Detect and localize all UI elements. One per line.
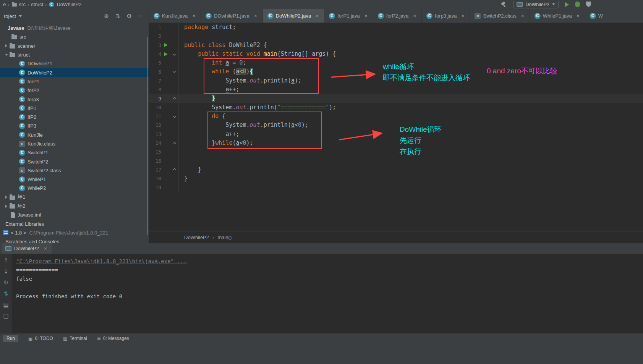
tab-label: forp3.java bbox=[435, 13, 457, 19]
tree-item-scratches-and-consoles[interactable]: Scratches and Consoles bbox=[0, 237, 149, 243]
tree-item-scanner[interactable]: scanner bbox=[0, 42, 149, 50]
collapse-all-icon[interactable]: ⇅ bbox=[115, 13, 120, 19]
close-tab-icon[interactable] bbox=[253, 13, 258, 19]
breadcrumb-class[interactable]: DoWhileP2 bbox=[184, 235, 209, 240]
tree-item-label: forP1 bbox=[28, 79, 39, 84]
close-tab-icon[interactable] bbox=[576, 13, 580, 19]
fold-down-marker[interactable] bbox=[170, 67, 179, 76]
breadcrumb-item-src[interactable]: src bbox=[11, 2, 26, 7]
toolwindow-button-6-todo[interactable]: ▣6: TODO bbox=[28, 336, 53, 341]
tree-item-javase[interactable]: JavaseD:\基础注释\Javase bbox=[0, 24, 149, 32]
run-line-button[interactable] bbox=[161, 43, 170, 47]
tree-item-forp1[interactable]: forP1 bbox=[0, 77, 149, 86]
fold-column bbox=[170, 147, 179, 156]
toolwindow-button-run[interactable]: Run bbox=[3, 335, 18, 342]
console-tab-dowhilep2[interactable]: DoWhileP2 bbox=[2, 243, 52, 254]
toolwindow-button-terminal[interactable]: ▥Terminal bbox=[63, 336, 87, 341]
tree-item-javase-iml[interactable]: Javase.iml bbox=[0, 210, 149, 219]
tree-collapsed-arrow-icon[interactable] bbox=[3, 44, 10, 47]
breadcrumb-method[interactable]: main() bbox=[217, 235, 232, 240]
locate-icon[interactable]: ⊕ bbox=[104, 13, 109, 19]
run-line-button[interactable] bbox=[161, 52, 170, 56]
close-tab-icon[interactable] bbox=[520, 13, 525, 19]
tree-item-kunjie[interactable]: KunJie bbox=[0, 131, 149, 139]
code-line-6: 6 while (a<0){ bbox=[149, 67, 643, 76]
project-panel-title[interactable]: roject bbox=[4, 13, 16, 19]
breadcrumb-item-dowhilep2[interactable]: DoWhileP2 bbox=[49, 2, 81, 8]
scroll-up-icon[interactable]: ↑ bbox=[3, 258, 8, 264]
tree-item-forp2[interactable]: forP2 bbox=[0, 86, 149, 95]
settings-gear-icon[interactable]: ⚙ bbox=[127, 13, 132, 19]
editor-tab-switchp2-class[interactable]: SwitchP2.class bbox=[470, 9, 530, 23]
editor-tab-kunjie-java[interactable]: KunJie.java bbox=[149, 9, 201, 23]
scroll-down-icon[interactable]: ↓ bbox=[3, 269, 8, 275]
editor-tab-whilep1-java[interactable]: WhileP1.java bbox=[530, 9, 585, 23]
close-console-tab-icon[interactable] bbox=[43, 246, 48, 251]
editor-tab-forp2-java[interactable]: forP2.java bbox=[373, 9, 422, 23]
tree-item-forp3[interactable]: forp3 bbox=[0, 95, 149, 104]
project-scrollbar[interactable] bbox=[147, 37, 148, 235]
tree-item-struct[interactable]: struct bbox=[0, 50, 149, 59]
tree-item-label: External Libraries bbox=[5, 221, 44, 227]
class-icon bbox=[19, 123, 25, 129]
close-tab-icon[interactable] bbox=[364, 13, 368, 19]
editor-tab-forp3-java[interactable]: forp3.java bbox=[422, 9, 470, 23]
editor-tab-dowhilep1-java[interactable]: DOwhileP1.java bbox=[201, 9, 263, 23]
tree-item-dowhilep2[interactable]: DoWhileP2 bbox=[0, 68, 149, 77]
tree-item-kunjie-class[interactable]: KunJie.class bbox=[0, 139, 149, 148]
code-text: do { bbox=[179, 112, 225, 121]
chevron-down-icon bbox=[173, 52, 177, 55]
fold-column bbox=[170, 85, 179, 94]
tree-item-2[interactable]: 坤2 bbox=[0, 202, 149, 210]
console-body: ↑↓↻⇅▤▢ "C:\Program Files\Java\jdk1.8.0_2… bbox=[0, 254, 643, 333]
fold-up-marker[interactable] bbox=[170, 165, 179, 174]
tree-expanded-arrow-icon[interactable] bbox=[3, 54, 10, 56]
tree-item-ifp1[interactable]: IfP1 bbox=[0, 104, 149, 113]
breadcrumb-separator bbox=[45, 2, 47, 7]
tree-item-ifp2[interactable]: IfP2 bbox=[0, 113, 149, 121]
tree-item-switchp2-class[interactable]: SwitchP2.class bbox=[0, 166, 149, 175]
tree-item-1-8[interactable]: < 1.8 >C:\Program Files\Java\jdk1.8.0_22… bbox=[0, 228, 149, 237]
console-line: ============= bbox=[16, 266, 639, 275]
coverage-button[interactable] bbox=[586, 2, 591, 7]
editor-tab-forp1-java[interactable]: forP1.java bbox=[324, 9, 373, 23]
rerun-icon[interactable]: ↻ bbox=[3, 280, 8, 286]
editor-tab-w[interactable]: W bbox=[585, 9, 607, 23]
fold-up-marker[interactable] bbox=[170, 139, 179, 147]
tree-item-whilep1[interactable]: WhileP1 bbox=[0, 175, 149, 184]
code-editor[interactable]: 1package struct;23public class DoWhileP2… bbox=[149, 23, 643, 231]
fold-down-marker[interactable] bbox=[170, 50, 179, 58]
tree-item-src[interactable]: src bbox=[0, 32, 149, 41]
toolwindow-button-0-messages[interactable]: ≡0: Messages bbox=[97, 336, 129, 341]
tree-item-dowhilep1[interactable]: DOwhileP1 bbox=[0, 59, 149, 68]
tree-item-whilep2[interactable]: WhileP2 bbox=[0, 184, 149, 193]
debug-button[interactable] bbox=[575, 2, 580, 7]
close-tab-icon[interactable] bbox=[191, 13, 196, 19]
run-button[interactable] bbox=[565, 2, 569, 7]
tree-item-external-libraries[interactable]: External Libraries bbox=[0, 220, 149, 228]
clear-all-icon[interactable]: ▢ bbox=[3, 313, 8, 319]
tree-item-ifp3[interactable]: IfP3 bbox=[0, 121, 149, 130]
print-icon[interactable]: ▤ bbox=[3, 302, 8, 308]
hide-panel-icon[interactable]: ─ bbox=[138, 13, 142, 19]
close-tab-icon[interactable] bbox=[460, 13, 465, 19]
tree-item-1[interactable]: 坤1 bbox=[0, 193, 149, 202]
breadcrumb-separator bbox=[8, 2, 9, 7]
tree-item-switchp1[interactable]: SwitchP1 bbox=[0, 148, 149, 157]
fold-down-marker[interactable] bbox=[170, 112, 179, 121]
tree-item-switchp2[interactable]: SwitchP2 bbox=[0, 157, 149, 166]
build-hammer-icon[interactable] bbox=[500, 1, 507, 8]
close-tab-icon[interactable] bbox=[315, 13, 319, 19]
breadcrumb-item-struct[interactable]: struct bbox=[31, 2, 43, 7]
tree-collapsed-arrow-icon[interactable] bbox=[3, 205, 10, 208]
run-config-selector[interactable]: DoWhileP2 bbox=[513, 1, 559, 8]
fold-up-marker[interactable] bbox=[170, 94, 179, 103]
toolwindow-icon: ▣ bbox=[28, 336, 32, 341]
soft-wrap-icon[interactable]: ⇅ bbox=[3, 291, 8, 297]
tree-collapsed-arrow-icon[interactable] bbox=[3, 196, 10, 199]
tree-item-label: Javase bbox=[8, 25, 24, 31]
tree-item-label: 坤2 bbox=[18, 203, 25, 210]
breadcrumb-item-e[interactable]: e bbox=[3, 2, 6, 7]
editor-tab-dowhilep2-java[interactable]: DoWhileP2.java bbox=[263, 9, 325, 23]
close-tab-icon[interactable] bbox=[412, 13, 417, 19]
